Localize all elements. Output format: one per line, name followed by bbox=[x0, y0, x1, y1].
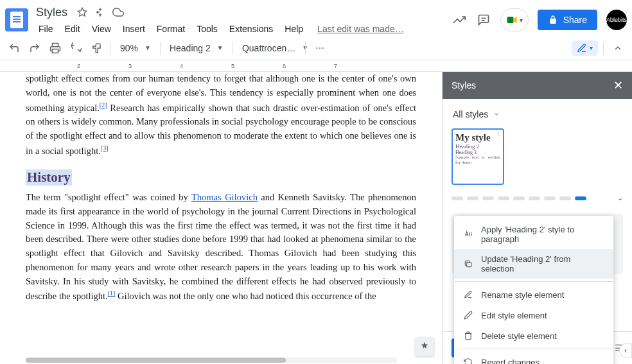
menu-file[interactable]: File bbox=[33, 22, 58, 36]
menu-rename-style[interactable]: Rename style element bbox=[454, 284, 613, 305]
editing-mode-button[interactable]: ▾ bbox=[572, 40, 598, 56]
comments-icon[interactable] bbox=[476, 12, 491, 28]
more-tools-button[interactable]: ⋯ bbox=[311, 39, 329, 57]
citation-link[interactable]: [3] bbox=[101, 144, 109, 152]
menu-extensions[interactable]: Extensions bbox=[224, 22, 278, 36]
rename-icon bbox=[463, 290, 473, 300]
sidebar-title: Styles bbox=[452, 80, 476, 91]
share-button[interactable]: Share bbox=[538, 10, 597, 30]
font-dropdown[interactable]: Quattrocen…▼ bbox=[238, 40, 300, 56]
svg-rect-3 bbox=[507, 17, 514, 23]
horizontal-scrollbar[interactable] bbox=[26, 358, 397, 363]
separator bbox=[603, 42, 604, 55]
svg-rect-4 bbox=[53, 49, 58, 53]
heading-history[interactable]: History bbox=[26, 169, 72, 186]
paragraph[interactable]: The term "spotlight effect" was coined b… bbox=[26, 191, 416, 304]
menu-separator bbox=[454, 281, 613, 282]
menu-separator bbox=[454, 349, 613, 349]
style-set-thumbnail[interactable]: ⋮ My style Heading 2 Heading 3 Sample te… bbox=[452, 128, 504, 185]
document-area[interactable]: spotlight effect comes from our human te… bbox=[0, 72, 442, 364]
menu-revert-changes[interactable]: Revert changes bbox=[454, 352, 613, 364]
zoom-dropdown[interactable]: 90%▼ bbox=[116, 40, 155, 56]
cloud-status-icon[interactable] bbox=[112, 6, 124, 18]
menu-apply-style[interactable]: Apply 'Heading 2' style to paragraph bbox=[454, 220, 613, 249]
separator bbox=[305, 42, 306, 55]
paragraph[interactable]: spotlight effect comes from our human te… bbox=[26, 72, 416, 158]
sidebar-header: Styles ✕ bbox=[443, 72, 632, 99]
menu-view[interactable]: View bbox=[87, 22, 116, 36]
separator bbox=[110, 42, 111, 55]
citation-link[interactable]: [2] bbox=[100, 101, 107, 108]
pencil-icon bbox=[577, 43, 587, 53]
document-title[interactable]: Styles bbox=[33, 4, 70, 21]
lock-icon bbox=[548, 15, 558, 25]
style-context-menu: Apply 'Heading 2' style to paragraph Upd… bbox=[454, 216, 613, 364]
revert-icon bbox=[463, 357, 473, 364]
menu-tools[interactable]: Tools bbox=[191, 22, 223, 36]
apply-style-icon bbox=[463, 229, 473, 239]
redo-button[interactable] bbox=[26, 39, 44, 57]
update-style-icon bbox=[463, 259, 473, 269]
menu-delete-style[interactable]: Delete style element bbox=[454, 325, 613, 346]
undo-button[interactable] bbox=[5, 39, 23, 57]
edit-icon bbox=[463, 310, 473, 320]
separator bbox=[160, 42, 161, 55]
separator bbox=[233, 42, 233, 55]
all-styles-dropdown[interactable]: All styles bbox=[452, 107, 623, 122]
spellcheck-button[interactable] bbox=[67, 39, 85, 57]
side-panel-collapse-button[interactable]: ‹ bbox=[619, 343, 632, 358]
wiki-link[interactable]: Thomas Gilovich bbox=[191, 192, 258, 202]
activity-icon[interactable] bbox=[452, 12, 467, 28]
last-edit-link[interactable]: Last edit was made… bbox=[315, 22, 407, 36]
meet-button[interactable]: ▾ bbox=[500, 8, 529, 31]
kebab-icon[interactable]: ⋮ bbox=[495, 131, 502, 139]
citation-link[interactable]: [1] bbox=[108, 290, 116, 297]
menu-format[interactable]: Format bbox=[152, 22, 190, 36]
paragraph-style-dropdown[interactable]: Heading 2▼ bbox=[166, 40, 227, 56]
paint-format-button[interactable] bbox=[87, 39, 105, 57]
chevron-down-icon[interactable]: ⌄ bbox=[617, 194, 623, 202]
svg-rect-7 bbox=[467, 263, 471, 267]
close-icon[interactable]: ✕ bbox=[613, 78, 623, 92]
move-icon[interactable] bbox=[94, 6, 106, 18]
menu-insert[interactable]: Insert bbox=[118, 22, 150, 36]
style-pager: ⌄ bbox=[452, 194, 623, 202]
explore-button[interactable] bbox=[415, 337, 434, 356]
share-label: Share bbox=[563, 15, 587, 25]
account-avatar[interactable]: Ablebits bbox=[606, 10, 627, 30]
hide-menus-button[interactable] bbox=[609, 39, 627, 57]
print-button[interactable] bbox=[46, 39, 64, 57]
trash-icon bbox=[463, 331, 473, 341]
star-icon[interactable] bbox=[76, 6, 88, 18]
docs-logo-icon[interactable] bbox=[5, 8, 28, 31]
menu-edit[interactable]: Edit bbox=[60, 22, 85, 36]
svg-marker-0 bbox=[78, 8, 86, 16]
menu-help[interactable]: Help bbox=[279, 22, 308, 36]
ruler[interactable]: 2 3 4 5 6 7 bbox=[0, 60, 632, 72]
chevron-down-icon bbox=[493, 111, 500, 117]
menu-update-style[interactable]: Update 'Heading 2' from selection bbox=[454, 249, 613, 279]
menu-edit-style[interactable]: Edit style element bbox=[454, 305, 613, 325]
